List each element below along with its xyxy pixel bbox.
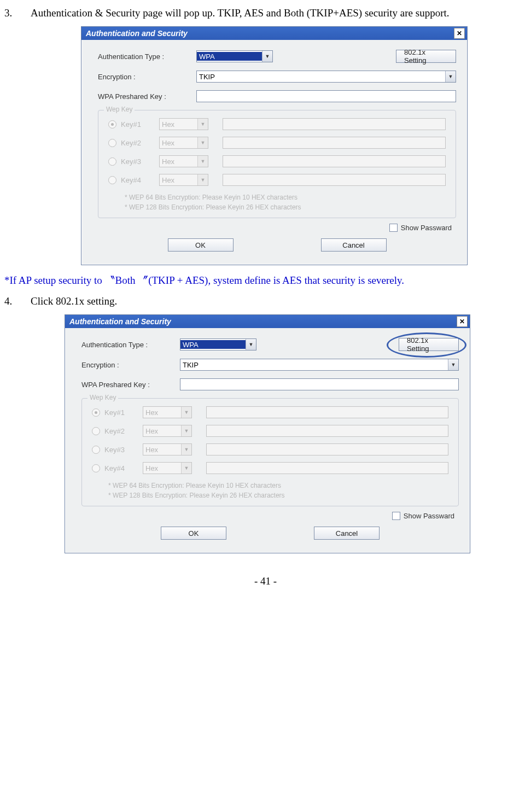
auth-type-select[interactable]: WPA ▼ [196, 50, 273, 62]
chevron-down-icon: ▼ [445, 71, 456, 82]
wep-row-4: Key#4 Hex▼ [92, 462, 448, 474]
psk-label: WPA Preshared Key : [98, 92, 196, 101]
wep-hint-2: * WEP 128 Bits Encryption: Please Keyin … [125, 202, 446, 212]
list-text: Click 802.1x setting. [31, 291, 117, 311]
show-password-checkbox[interactable] [389, 224, 398, 232]
wep-format-select: Hex▼ [143, 406, 192, 418]
chevron-down-icon: ▼ [181, 425, 191, 436]
wep-format-select: Hex▼ [143, 443, 192, 455]
radio-icon [92, 427, 100, 435]
close-button[interactable]: ✕ [457, 316, 468, 327]
show-password-label: Show Passward [401, 224, 452, 232]
radio-icon [108, 157, 116, 166]
wep-key-fieldset: Wep Key Key#1 Hex▼ Key#2 Hex▼ Key#3 Hex▼ [98, 110, 456, 218]
auth-security-dialog: Authentication and Security ✕ Authentica… [81, 26, 468, 265]
cancel-button[interactable]: Cancel [321, 238, 387, 252]
wep-hint-1: * WEP 64 Bits Encryption: Please Keyin 1… [125, 192, 446, 202]
dialog-titlebar: Authentication and Security ✕ [81, 27, 467, 40]
auth-type-label: Authentication Type : [81, 341, 180, 349]
dialog-title: Authentication and Security [69, 317, 171, 326]
8021x-setting-button[interactable]: 802.1x Setting [396, 50, 456, 63]
screenshot-2: Authentication and Security ✕ Authentica… [65, 314, 527, 553]
wep-format-select: Hex▼ [143, 462, 192, 474]
radio-icon [108, 139, 116, 147]
chevron-down-icon: ▼ [246, 339, 256, 350]
dialog-title: Authentication and Security [86, 29, 188, 38]
wep-key-input [223, 155, 446, 167]
auth-type-label: Authentication Type : [98, 52, 196, 61]
wep-legend: Wep Key [87, 394, 118, 401]
radio-icon [92, 408, 100, 417]
list-item-4: 4. Click 802.1x setting. [4, 291, 527, 311]
wep-key-input [206, 462, 448, 474]
wep-key-label: Key#3 [104, 446, 143, 454]
wep-format-select: Hex▼ [143, 425, 192, 437]
show-password-checkbox[interactable] [392, 512, 400, 520]
psk-input[interactable] [180, 378, 459, 390]
wep-key-label: Key#1 [121, 120, 159, 128]
wep-format-select: Hex▼ [159, 155, 208, 167]
wep-hint-2: * WEP 128 Bits Encryption: Please Keyin … [108, 490, 448, 500]
encryption-select[interactable]: TKIP ▼ [196, 71, 456, 83]
wep-legend: Wep Key [104, 106, 135, 113]
wep-format-select: Hex▼ [159, 174, 208, 186]
wep-key-input [206, 425, 448, 437]
wep-key-label: Key#3 [121, 157, 159, 166]
wep-row-2: Key#2 Hex▼ [108, 137, 446, 149]
radio-icon [108, 176, 116, 184]
list-number: 4. [4, 291, 31, 311]
encryption-label: Encryption : [98, 73, 196, 81]
encryption-label: Encryption : [81, 361, 180, 369]
wep-row-3: Key#3 Hex▼ [92, 443, 448, 455]
chevron-down-icon: ▼ [197, 137, 208, 148]
wep-hint-1: * WEP 64 Bits Encryption: Please Keyin 1… [108, 481, 448, 490]
wep-key-label: Key#4 [121, 176, 159, 184]
psk-label: WPA Preshared Key : [81, 381, 180, 389]
auth-security-dialog-2: Authentication and Security ✕ Authentica… [65, 314, 470, 553]
ok-button[interactable]: OK [161, 527, 226, 540]
wep-key-input [206, 406, 448, 418]
encryption-select[interactable]: TKIP ▼ [180, 359, 459, 371]
wep-row-4: Key#4 Hex▼ [108, 174, 446, 186]
chevron-down-icon: ▼ [197, 156, 208, 167]
list-item-3: 3. Authentication & Security page will p… [4, 3, 527, 23]
psk-input[interactable] [196, 90, 456, 102]
wep-key-label: Key#2 [104, 427, 143, 435]
wep-key-input [223, 118, 446, 130]
chevron-down-icon: ▼ [448, 359, 458, 370]
8021x-setting-label: 802.1x Setting [407, 336, 451, 353]
ok-button[interactable]: OK [168, 238, 234, 252]
auth-type-select[interactable]: WPA ▼ [180, 338, 256, 350]
list-text: Authentication & Security page will pop … [31, 3, 450, 23]
cancel-button[interactable]: Cancel [314, 527, 380, 540]
encryption-value: TKIP [197, 72, 445, 81]
dialog-titlebar: Authentication and Security ✕ [65, 315, 470, 328]
wep-row-1: Key#1 Hex▼ [92, 406, 448, 418]
chevron-down-icon: ▼ [181, 444, 191, 455]
wep-key-input [223, 137, 446, 149]
wep-key-input [206, 443, 448, 455]
chevron-down-icon: ▼ [262, 51, 272, 62]
encryption-value: TKIP [180, 360, 448, 369]
wep-format-select: Hex▼ [159, 118, 208, 130]
wep-key-label: Key#4 [104, 464, 143, 472]
chevron-down-icon: ▼ [181, 463, 191, 474]
radio-icon [92, 464, 100, 472]
radio-icon [92, 446, 100, 454]
screenshot-1: Authentication and Security ✕ Authentica… [81, 26, 527, 265]
auth-type-value: WPA [180, 340, 246, 349]
close-button[interactable]: ✕ [454, 28, 465, 39]
wep-row-1: Key#1 Hex▼ [108, 118, 446, 130]
page-number: - 41 - [4, 575, 527, 587]
chevron-down-icon: ▼ [197, 174, 208, 185]
list-number: 3. [4, 3, 31, 23]
wep-row-2: Key#2 Hex▼ [92, 425, 448, 437]
wep-row-3: Key#3 Hex▼ [108, 155, 446, 167]
8021x-setting-button[interactable]: 802.1x Setting [399, 338, 459, 351]
radio-icon [108, 120, 116, 128]
show-password-label: Show Passward [404, 512, 454, 520]
note-text: *If AP setup security to 〝Both 〞(TKIP + … [4, 271, 527, 290]
wep-key-label: Key#2 [121, 139, 159, 147]
wep-key-input [223, 174, 446, 186]
auth-type-value: WPA [197, 52, 262, 61]
